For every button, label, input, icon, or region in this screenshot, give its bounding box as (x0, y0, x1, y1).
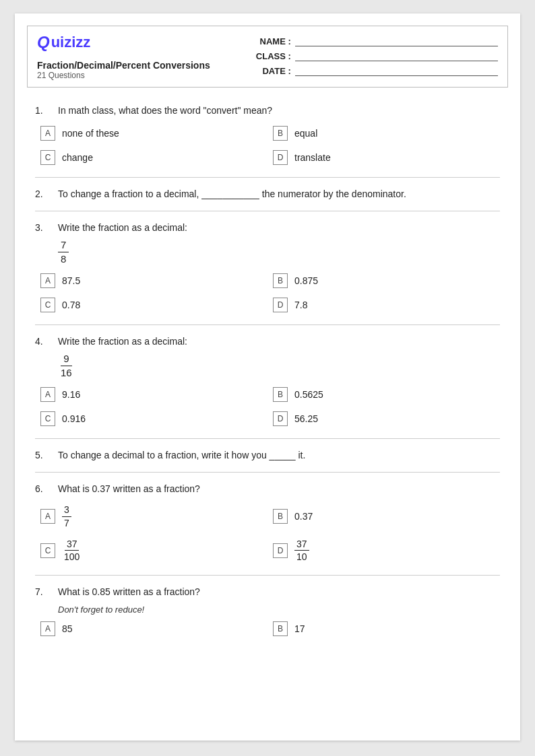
question-4: 4. Write the fraction as a decimal: 9 16… (35, 335, 500, 429)
q3-option-b: B 0.875 (268, 271, 500, 291)
q4-letter-c: C (40, 411, 55, 426)
date-line (295, 65, 498, 76)
q4-numerator: 9 (61, 353, 71, 366)
question-1: 1. In math class, what does the word "co… (35, 104, 500, 168)
q6-option-b: B 0.37 (268, 502, 500, 532)
q6-letter-d: D (273, 543, 288, 558)
q4-option-b: B 0.5625 (268, 384, 500, 405)
q6-num: 6. (35, 482, 51, 496)
q4-option-d: D 56.25 (268, 409, 500, 429)
q1-option-a: A none of these (35, 123, 268, 143)
q1-text-a: none of these (62, 128, 119, 139)
question-7-text: 7. What is 0.85 written as a fraction? (35, 585, 500, 599)
content: 1. In math class, what does the word "co… (15, 88, 520, 662)
class-line (295, 50, 498, 61)
q6-fd-d: 10 (294, 551, 309, 563)
name-line (295, 36, 498, 46)
q1-letter-b: B (273, 126, 288, 141)
q6-option-a: A 3 7 (35, 502, 268, 532)
q3-option-d: D 7.8 (268, 295, 500, 315)
name-field-row: NAME : (254, 36, 498, 46)
date-field-row: DATE : (254, 65, 498, 76)
q3-options: A 87.5 B 0.875 C 0.78 D 7.8 (35, 271, 500, 315)
q3-text-a: 87.5 (62, 275, 80, 286)
question-5: 5. To change a decimal to a fraction, wr… (35, 448, 500, 462)
q7-letter-a: A (40, 621, 55, 636)
q3-option-a: A 87.5 (35, 271, 268, 291)
q4-denominator: 16 (58, 366, 75, 379)
q4-text-d: 56.25 (294, 413, 318, 424)
question-3-text: 3. Write the fraction as a decimal: 7 8 (35, 221, 500, 265)
q6-letter-a: A (40, 509, 55, 524)
q3-text-d: 7.8 (294, 300, 307, 310)
q2-num: 2. (35, 187, 51, 201)
q6-option-c: C 37 100 (35, 536, 268, 566)
q2-body: To change a fraction to a decimal, _____… (58, 187, 500, 201)
q7-num: 7. (35, 585, 51, 599)
q6-body: What is 0.37 written as a fraction? (58, 482, 500, 496)
quiz-subtitle: 21 Questions (37, 71, 241, 80)
q7-option-a: A 85 (35, 619, 268, 639)
page: Q uizizz Fraction/Decimal/Percent Conver… (15, 13, 520, 741)
q4-options: A 9.16 B 0.5625 C 0.916 D 56.25 (35, 384, 500, 429)
q6-letter-c: C (40, 543, 55, 558)
question-3: 3. Write the fraction as a decimal: 7 8 … (35, 221, 500, 315)
q6-fd-a: 7 (62, 517, 71, 529)
q3-label: Write the fraction as a decimal: (58, 222, 187, 233)
q3-option-c: C 0.78 (35, 295, 268, 315)
q3-num: 3. (35, 221, 51, 235)
header-right: NAME : CLASS : DATE : (254, 33, 498, 76)
q4-letter-b: B (273, 387, 288, 402)
q6-fd-c: 100 (62, 551, 82, 563)
q3-numerator: 7 (58, 239, 69, 252)
q6-letter-b: B (273, 509, 288, 524)
name-label: NAME : (254, 36, 291, 46)
logo: Q uizizz (37, 33, 241, 52)
q1-option-b: B equal (268, 123, 500, 143)
q3-letter-d: D (273, 298, 288, 312)
q1-letter-d: D (273, 150, 288, 165)
q7-text-a: 85 (62, 623, 73, 634)
q1-option-c: C change (35, 147, 268, 168)
date-label: DATE : (254, 66, 291, 76)
q7-option-b: B 17 (268, 619, 500, 639)
q4-body: Write the fraction as a decimal: 9 16 (58, 335, 500, 379)
q6-option-d: D 37 10 (268, 536, 500, 566)
question-6-text: 6. What is 0.37 written as a fraction? (35, 482, 500, 496)
logo-text: uizizz (51, 34, 91, 51)
q4-text-a: 9.16 (62, 389, 80, 400)
question-2: 2. To change a fraction to a decimal, __… (35, 187, 500, 201)
header-left: Q uizizz Fraction/Decimal/Percent Conver… (37, 33, 241, 80)
q4-fraction: 9 16 (58, 353, 75, 379)
q6-fn-a: 3 (62, 504, 71, 517)
q4-num: 4. (35, 335, 51, 349)
q3-text-c: 0.78 (62, 300, 80, 310)
question-7: 7. What is 0.85 written as a fraction? D… (35, 585, 500, 639)
q1-num: 1. (35, 104, 51, 118)
q3-denominator: 8 (58, 252, 69, 265)
class-field-row: CLASS : (254, 50, 498, 61)
q6-text-b: 0.37 (294, 511, 313, 522)
q1-option-d: D translate (268, 147, 500, 168)
q3-text-b: 0.875 (294, 275, 318, 286)
class-label: CLASS : (254, 51, 291, 61)
q1-letter-a: A (40, 126, 55, 141)
question-1-text: 1. In math class, what does the word "co… (35, 104, 500, 118)
q7-options: A 85 B 17 (35, 619, 500, 639)
q6-fraction-c: 37 100 (62, 539, 82, 563)
q4-letter-d: D (273, 411, 288, 426)
q1-text-d: translate (294, 152, 331, 163)
q3-letter-c: C (40, 298, 55, 312)
q7-letter-b: B (273, 621, 288, 636)
q1-text-c: change (62, 152, 93, 163)
question-2-text: 2. To change a fraction to a decimal, __… (35, 187, 500, 201)
quiz-title: Fraction/Decimal/Percent Conversions (37, 60, 241, 71)
q7-text-b: 17 (294, 623, 305, 634)
q6-options: A 3 7 B 0.37 C 37 100 (35, 502, 500, 565)
q6-fn-c: 37 (65, 539, 80, 551)
q6-fraction-d: 37 10 (294, 539, 309, 563)
q4-text-b: 0.5625 (294, 389, 323, 400)
q4-option-c: C 0.916 (35, 409, 268, 429)
q4-letter-a: A (40, 387, 55, 402)
question-5-text: 5. To change a decimal to a fraction, wr… (35, 448, 500, 462)
